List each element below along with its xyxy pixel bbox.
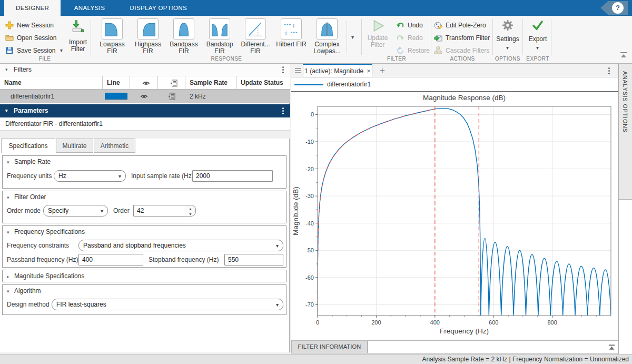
hilbert-fir-icon: j-j: [281, 18, 302, 40]
svg-text:-j: -j: [284, 29, 287, 35]
filter-visibility-cell[interactable]: [130, 90, 158, 103]
response-lowpass-fir-button[interactable]: Lowpass FIR: [95, 18, 130, 57]
magnitude-specs-group-header[interactable]: ▸ Magnitude Specifications: [3, 270, 286, 282]
filter-table-row[interactable]: differentiatorfir1 2 kHz: [0, 90, 290, 103]
parameters-panel-header[interactable]: ▾ Parameters: [0, 104, 290, 117]
import-filter-button[interactable]: Import Filter: [65, 18, 91, 56]
figure-menu-icon[interactable]: [608, 67, 610, 75]
filter-sample-rate-cell: 2 kHz: [185, 90, 236, 103]
save-session-button[interactable]: Save Session ▾: [5, 45, 63, 56]
line-color-swatch[interactable]: [105, 93, 127, 100]
save-session-caret-icon[interactable]: ▾: [60, 48, 63, 53]
magnitude-response-plot[interactable]: 02004006008000-10-20-30-40-50-60-70Magni…: [291, 92, 618, 340]
svg-text:0: 0: [316, 319, 319, 326]
collapse-filters-icon[interactable]: ▾: [5, 67, 8, 72]
figure-list-icon[interactable]: [294, 67, 301, 74]
design-method-dropdown[interactable]: FIR least-squares ▾: [52, 299, 283, 310]
filters-panel-header[interactable]: ▾ Filters: [0, 64, 290, 76]
complex-lowpass-icon: [317, 18, 338, 40]
transform-filter-button[interactable]: Transform Filter: [434, 33, 491, 43]
collapse-parameters-icon[interactable]: ▾: [5, 104, 8, 117]
response-section-label: RESPONSE: [190, 56, 263, 62]
settings-button[interactable]: Settings ▾: [494, 18, 521, 56]
expand-panel-up-icon[interactable]: [608, 344, 616, 350]
column-header-legend[interactable]: [158, 76, 185, 89]
analysis-options-strip[interactable]: ANALYSIS OPTIONS: [619, 64, 632, 200]
filters-menu-icon[interactable]: [282, 66, 284, 74]
svg-text:j: j: [293, 22, 294, 27]
new-session-button[interactable]: New Session: [5, 20, 63, 31]
column-header-line[interactable]: Line: [103, 76, 130, 89]
section-divider: [91, 19, 91, 55]
section-divider: [431, 19, 431, 55]
column-header-visibility[interactable]: [130, 76, 158, 89]
legend-line-sample: [294, 84, 323, 85]
filter-description: Differentiator FIR - differentiatorfir1: [0, 117, 290, 131]
algorithm-group-header[interactable]: ▾ Algorithm: [3, 285, 286, 297]
redo-button[interactable]: Redo: [396, 33, 430, 43]
sample-rate-group-header[interactable]: ▾ Sample Rate: [3, 156, 286, 168]
svg-text:400: 400: [430, 319, 440, 326]
filter-information-field[interactable]: [368, 340, 619, 353]
export-button[interactable]: Export ▾: [525, 18, 551, 56]
response-hilbert-fir-button[interactable]: j-j Hilbert FIR: [274, 18, 309, 57]
tab-specifications[interactable]: Specifications: [1, 139, 55, 153]
tab-designer[interactable]: DESIGNER: [4, 0, 61, 16]
help-button[interactable]: ?: [612, 2, 624, 14]
dropdown-caret-icon: ▾: [118, 174, 121, 179]
toolstrip-ribbon: New Session Open Session Save Session ▾ …: [0, 16, 632, 64]
filter-information-tab[interactable]: FILTER INFORMATION: [291, 340, 368, 353]
response-bandstop-fir-button[interactable]: Bandstop FIR: [202, 18, 237, 57]
column-header-update-status[interactable]: Update Status: [236, 76, 290, 89]
close-tab-icon[interactable]: ×: [367, 67, 371, 75]
filters-table-header: Name Line Sample Rate Update Status: [0, 76, 290, 90]
undo-button[interactable]: Undo: [396, 20, 430, 31]
column-header-sample-rate[interactable]: Sample Rate: [185, 76, 236, 89]
response-bandpass-fir-button[interactable]: Bandpass FIR: [166, 18, 201, 57]
cascade-filters-button[interactable]: Cascade Filters: [434, 45, 491, 56]
collapse-icon: ▾: [7, 156, 9, 168]
frequency-units-dropdown[interactable]: Hz ▾: [54, 170, 126, 182]
order-spinner[interactable]: ▲▼: [185, 205, 196, 217]
input-sample-rate-label: Input sample rate (Hz): [131, 170, 194, 182]
collapse-toolstrip-button[interactable]: [619, 52, 628, 58]
tab-multirate[interactable]: Multirate: [56, 139, 93, 153]
tab-analysis[interactable]: ANALYSIS: [63, 0, 117, 16]
frequency-specifications-group: ▾ Frequency Specifications Frequency con…: [2, 225, 287, 268]
edit-pole-zero-icon: [434, 21, 442, 29]
magnitude-figure-tab[interactable]: 1 (active): Magnitude×: [303, 64, 372, 77]
options-section-label: OPTIONS: [493, 56, 522, 62]
differentiator-fir-icon: [245, 18, 266, 40]
legend-list-icon: [170, 80, 177, 87]
filter-legend-cell[interactable]: [158, 90, 185, 103]
export-section-label: EXPORT: [524, 56, 552, 62]
tab-arithmetic[interactable]: Arithmetic: [94, 139, 135, 153]
legend-series-name[interactable]: differentiatorfir1: [327, 81, 371, 88]
update-filter-button[interactable]: Update Filter: [363, 18, 392, 56]
parameters-menu-icon[interactable]: [282, 107, 284, 115]
passband-frequency-field[interactable]: [78, 254, 143, 265]
tab-display-options[interactable]: DISPLAY OPTIONS: [118, 0, 199, 16]
order-mode-dropdown[interactable]: Specify ▾: [43, 205, 108, 217]
stopband-frequency-field[interactable]: [224, 254, 283, 265]
input-sample-rate-field[interactable]: [192, 170, 273, 182]
svg-text:-50: -50: [305, 247, 314, 253]
edit-pole-zero-button[interactable]: Edit Pole-Zero: [434, 20, 491, 31]
dropdown-caret-icon: ▾: [276, 243, 279, 249]
order-field[interactable]: [133, 205, 186, 217]
column-header-name[interactable]: Name: [0, 76, 103, 89]
response-highpass-fir-button[interactable]: Highpass FIR: [131, 18, 165, 57]
import-filter-icon: [72, 20, 84, 33]
response-differentiator-fir-button[interactable]: Different... FIR: [238, 18, 273, 57]
open-session-button[interactable]: Open Session: [5, 33, 63, 43]
response-gallery-expand-button[interactable]: ▾: [347, 21, 358, 54]
filter-order-group-header[interactable]: ▾ Filter Order: [3, 191, 286, 203]
new-figure-button[interactable]: +: [377, 65, 388, 76]
response-complex-lowpass-button[interactable]: Complex Lowpas...: [310, 18, 344, 57]
filter-line-cell[interactable]: [103, 90, 130, 103]
frequency-constraints-dropdown[interactable]: Passband and stopband frequencies ▾: [78, 240, 283, 251]
status-bar: Analysis Sample Rate = 2 kHz | Frequency…: [0, 354, 632, 364]
frequency-specs-group-header[interactable]: ▾ Frequency Specifications: [3, 226, 286, 238]
gallery-caret-icon: ▾: [351, 34, 354, 40]
restore-button[interactable]: Restore: [396, 45, 430, 56]
